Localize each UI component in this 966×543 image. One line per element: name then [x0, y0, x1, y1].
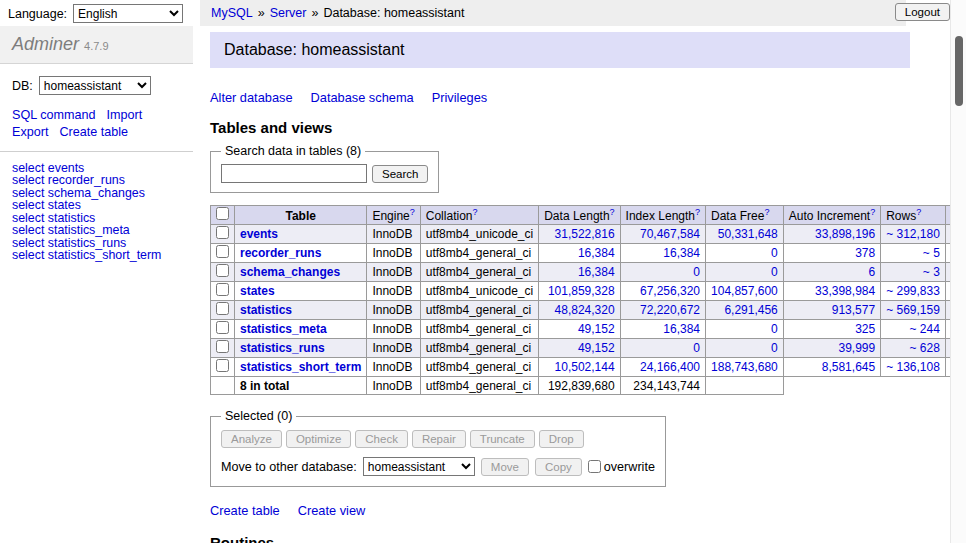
row-checkbox[interactable]: [216, 264, 229, 277]
auto-increment-link[interactable]: 39,999: [838, 341, 875, 355]
index-length-link[interactable]: 67,256,320: [640, 284, 700, 298]
data-free-link[interactable]: 0: [771, 265, 778, 279]
logout-button[interactable]: Logout: [895, 3, 950, 21]
privileges-link[interactable]: Privileges: [432, 90, 487, 105]
vertical-scrollbar[interactable]: [950, 0, 966, 543]
data-length-link[interactable]: 16,384: [578, 265, 615, 279]
data-length-link[interactable]: 49,152: [578, 341, 615, 355]
column-help-link[interactable]: ?: [695, 207, 700, 217]
breadcrumb-mysql-link[interactable]: MySQL: [211, 6, 253, 20]
data-length-link[interactable]: 16,384: [578, 246, 615, 260]
data-length-link[interactable]: 31,522,816: [555, 227, 615, 241]
table-name-link[interactable]: schema_changes: [240, 265, 340, 279]
table-name-link[interactable]: recorder_runs: [240, 246, 321, 260]
table-name-link[interactable]: states: [240, 284, 275, 298]
data-free-link[interactable]: 50,331,648: [718, 227, 778, 241]
table-name-link[interactable]: statistics_runs: [240, 341, 325, 355]
select-all-checkbox[interactable]: [216, 207, 229, 220]
auto-increment-link[interactable]: 8,581,645: [822, 360, 875, 374]
rows-count-link[interactable]: ~ 244: [910, 322, 940, 336]
db-select[interactable]: homeassistant: [39, 76, 151, 95]
sidebar-select-table-link[interactable]: select statistics_meta: [12, 224, 181, 236]
index-length-link[interactable]: 16,384: [663, 322, 700, 336]
data-length-link[interactable]: 48,824,320: [555, 303, 615, 317]
auto-increment-link[interactable]: 325: [855, 322, 875, 336]
engine-cell: InnoDB: [367, 282, 420, 301]
rows-count-link[interactable]: ~ 569,159: [886, 303, 940, 317]
sidebar-export-link[interactable]: Export: [12, 124, 48, 141]
data-free-link[interactable]: 104,857,600: [711, 284, 778, 298]
search-input[interactable]: [221, 164, 367, 183]
index-length-link[interactable]: 24,166,400: [640, 360, 700, 374]
breadcrumb-server-link[interactable]: Server: [270, 6, 307, 20]
index-length-cell: 70,467,584: [620, 225, 705, 244]
database-schema-link[interactable]: Database schema: [311, 90, 414, 105]
table-operation-button[interactable]: Check: [355, 430, 408, 448]
data-free-link[interactable]: 188,743,680: [711, 360, 778, 374]
create-view-link[interactable]: Create view: [298, 503, 366, 518]
sidebar-select-table-link[interactable]: select states: [12, 199, 181, 211]
column-help-link[interactable]: ?: [916, 207, 921, 217]
database-actions: Alter database Database schema Privilege…: [210, 90, 910, 105]
sidebar-import-link[interactable]: Import: [107, 107, 143, 124]
row-select-cell: [211, 244, 235, 263]
row-checkbox[interactable]: [216, 302, 229, 315]
breadcrumb-separator: »: [258, 6, 265, 20]
column-help-link[interactable]: ?: [410, 207, 415, 217]
create-table-link[interactable]: Create table: [210, 503, 280, 518]
auto-increment-link[interactable]: 378: [855, 246, 875, 260]
data-free-link[interactable]: 0: [771, 341, 778, 355]
table-name-link[interactable]: statistics: [240, 303, 292, 317]
auto-increment-link[interactable]: 33,898,196: [815, 227, 875, 241]
column-help-link[interactable]: ?: [610, 207, 615, 217]
column-help-link[interactable]: ?: [472, 207, 477, 217]
row-checkbox[interactable]: [216, 245, 229, 258]
overwrite-checkbox[interactable]: [588, 460, 601, 473]
alter-database-link[interactable]: Alter database: [210, 90, 293, 105]
rows-count-link[interactable]: ~ 136,108: [886, 360, 940, 374]
search-button[interactable]: Search: [372, 165, 428, 183]
row-checkbox[interactable]: [216, 283, 229, 296]
rows-count-link[interactable]: ~ 628: [910, 341, 940, 355]
data-free-link[interactable]: 0: [771, 322, 778, 336]
table-operation-button[interactable]: Analyze: [221, 430, 282, 448]
copy-button[interactable]: Copy: [535, 458, 582, 476]
column-help-link[interactable]: ?: [764, 207, 769, 217]
language-select[interactable]: English: [73, 4, 183, 23]
rows-count-link[interactable]: ~ 299,833: [886, 284, 940, 298]
table-operation-button[interactable]: Repair: [412, 430, 466, 448]
rows-count-link[interactable]: ~ 5: [923, 246, 940, 260]
row-checkbox[interactable]: [216, 321, 229, 334]
index-length-link[interactable]: 16,384: [663, 246, 700, 260]
data-free-link[interactable]: 0: [771, 246, 778, 260]
data-free-link[interactable]: 6,291,456: [724, 303, 777, 317]
table-operation-button[interactable]: Drop: [539, 430, 584, 448]
row-checkbox[interactable]: [216, 359, 229, 372]
rows-count-link[interactable]: ~ 3: [923, 265, 940, 279]
sidebar-select-table-link[interactable]: select statistics_short_term: [12, 249, 181, 261]
move-database-select[interactable]: homeassistant: [363, 457, 475, 476]
scrollbar-thumb[interactable]: [955, 36, 963, 106]
data-length-link[interactable]: 49,152: [578, 322, 615, 336]
data-length-link[interactable]: 101,859,328: [548, 284, 615, 298]
column-help-link[interactable]: ?: [870, 207, 875, 217]
move-button[interactable]: Move: [481, 458, 529, 476]
sidebar-create-table-link[interactable]: Create table: [59, 124, 128, 141]
data-length-link[interactable]: 10,502,144: [555, 360, 615, 374]
row-checkbox[interactable]: [216, 226, 229, 239]
table-name-link[interactable]: statistics_short_term: [240, 360, 361, 374]
table-operation-button[interactable]: Optimize: [286, 430, 351, 448]
sidebar-sql-command-link[interactable]: SQL command: [12, 107, 96, 124]
table-name-link[interactable]: statistics_meta: [240, 322, 327, 336]
auto-increment-link[interactable]: 913,577: [832, 303, 875, 317]
auto-increment-link[interactable]: 6: [868, 265, 875, 279]
auto-increment-link[interactable]: 33,398,984: [815, 284, 875, 298]
table-operation-button[interactable]: Truncate: [470, 430, 535, 448]
row-checkbox[interactable]: [216, 340, 229, 353]
index-length-link[interactable]: 0: [693, 265, 700, 279]
index-length-link[interactable]: 0: [693, 341, 700, 355]
rows-count-link[interactable]: ~ 312,180: [886, 227, 940, 241]
index-length-link[interactable]: 70,467,584: [640, 227, 700, 241]
index-length-link[interactable]: 72,220,672: [640, 303, 700, 317]
table-name-link[interactable]: events: [240, 227, 278, 241]
